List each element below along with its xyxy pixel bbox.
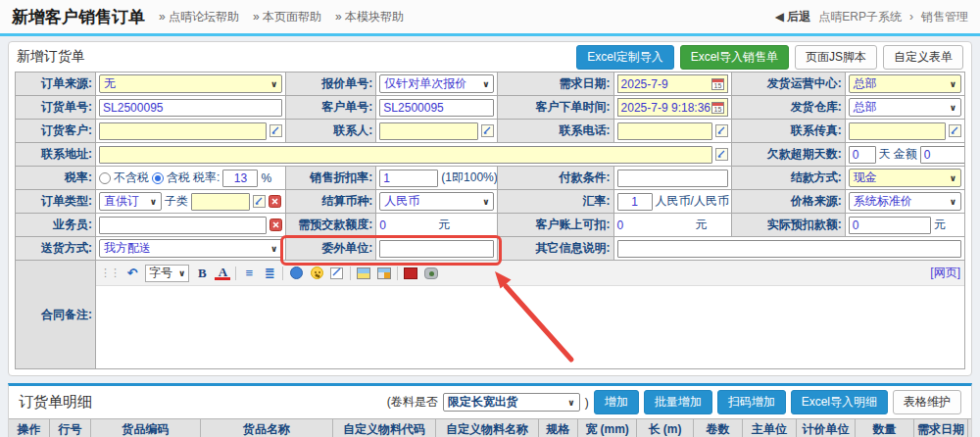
exchange-rate-input[interactable]	[617, 193, 653, 211]
order-type-select[interactable]: 直供订∨	[99, 192, 162, 211]
phone-input[interactable]	[617, 122, 712, 140]
preview-icon[interactable]	[424, 267, 438, 279]
order-no-input[interactable]	[99, 99, 282, 117]
customer-input[interactable]	[99, 122, 267, 140]
customer-no-input[interactable]	[379, 99, 494, 117]
edit-picker-icon[interactable]	[270, 124, 282, 137]
forum-help-link[interactable]: » 点晴论坛帮助	[159, 9, 239, 25]
edit-picker-icon[interactable]	[715, 124, 728, 137]
other-info-input[interactable]	[617, 240, 961, 258]
currency-select[interactable]: 人民币∨	[379, 192, 494, 211]
col-item-name: 货品名称	[201, 419, 333, 437]
clear-icon[interactable]	[270, 218, 282, 231]
module-help-link[interactable]: » 本模块帮助	[335, 9, 404, 25]
delivery-method-select[interactable]: 我方配送∨	[99, 239, 282, 258]
col-ref-price: 参考单价	[968, 419, 972, 437]
tax-excluded-radio[interactable]	[99, 172, 111, 184]
edit-picker-icon[interactable]	[481, 124, 494, 137]
overdue-amount-input[interactable]	[920, 146, 965, 164]
chevron-down-icon: ∨	[270, 79, 277, 89]
overdue-label: 欠款超期天数:	[731, 143, 845, 167]
list-button[interactable]: ≣	[262, 266, 277, 281]
order-no-label: 订货单号:	[16, 96, 96, 120]
order-source-label: 订单来源:	[16, 73, 96, 96]
fax-input[interactable]	[849, 122, 946, 140]
drag-handle-icon[interactable]: ⋮⋮	[100, 267, 120, 279]
insert-image-icon[interactable]	[357, 267, 370, 279]
custom-form-button[interactable]: 自定义表单	[883, 45, 963, 70]
breadcrumb-module[interactable]: 销售管理	[921, 9, 968, 25]
font-color-button[interactable]: A	[215, 267, 230, 280]
excel-import-detail-button[interactable]: Excel导入明细	[791, 390, 888, 414]
deductible-value: 0	[617, 218, 624, 232]
order-detail-panel: 订货单明细 (卷料是否 限定长宽出货∨ ) 增加 批量增加 扫码增加 Excel…	[8, 383, 972, 437]
overdue-days-input[interactable]	[849, 146, 876, 164]
order-source-select[interactable]: 无∨	[99, 74, 282, 93]
chevron-down-icon: ∨	[482, 79, 489, 89]
order-form: 订单来源: 无∨ 报价单号: 仅针对单次报价∨ 需求日期: 2025-7-9 1…	[15, 72, 965, 369]
customer-label: 订货客户:	[16, 120, 96, 143]
emoticon-icon[interactable]	[311, 267, 323, 279]
new-order-panel: 新增订货单 Excel定制导入 Excel导入销售单 页面JS脚本 自定义表单 …	[8, 41, 972, 376]
scan-add-button[interactable]: 扫码增加	[717, 390, 786, 414]
actual-deduct-label: 实际预扣款额:	[731, 214, 845, 237]
clear-icon[interactable]	[269, 195, 281, 208]
address-input[interactable]	[99, 146, 712, 164]
font-size-select[interactable]: 字号∨	[145, 265, 189, 282]
contact-label: 联系人:	[286, 120, 376, 143]
order-subclass-input[interactable]	[191, 193, 250, 211]
batch-add-button[interactable]: 批量增加	[644, 390, 712, 414]
demand-date-input[interactable]: 2025-7-9 15	[617, 74, 728, 93]
contract-note-body[interactable]	[96, 286, 964, 368]
tax-rate-input[interactable]	[222, 170, 258, 187]
excel-import-sales-button[interactable]: Excel导入销售单	[680, 45, 789, 70]
tax-included-radio[interactable]	[152, 172, 164, 184]
order-time-input[interactable]: 2025-7-9 9:18:36 15	[617, 98, 728, 117]
discount-input[interactable]	[379, 170, 438, 187]
edit-picker-icon[interactable]	[949, 124, 961, 137]
roll-suffix: )	[585, 396, 589, 410]
col-main-unit: 主单位	[743, 419, 797, 437]
bold-button[interactable]: B	[194, 266, 210, 281]
calendar-icon[interactable]: 15	[711, 101, 724, 114]
back-button[interactable]: ◀ 后退	[775, 9, 811, 25]
table-maintain-button[interactable]: 表格维护	[893, 390, 961, 414]
deductible-unit: 元	[695, 217, 707, 233]
quote-no-select[interactable]: 仅针对单次报价∨	[379, 74, 494, 93]
contact-input[interactable]	[379, 122, 478, 140]
settle-method-select[interactable]: 现金∨	[849, 169, 961, 187]
col-item-code: 货品编码	[91, 419, 201, 437]
calendar-icon[interactable]: 15	[711, 77, 724, 90]
col-spec: 规格	[539, 419, 578, 437]
ship-center-select[interactable]: 总部∨	[849, 74, 961, 93]
price-source-label: 价格来源:	[731, 190, 845, 214]
hyperlink-globe-icon[interactable]	[290, 267, 303, 279]
edit-picker-icon[interactable]	[253, 195, 266, 208]
edit-pad-icon[interactable]	[330, 267, 344, 280]
align-button[interactable]: ≡	[241, 266, 257, 281]
warehouse-select[interactable]: 总部∨	[849, 98, 961, 117]
page-help-link[interactable]: » 本页面帮助	[253, 9, 321, 25]
price-source-select[interactable]: 系统标准价∨	[849, 192, 961, 211]
page-js-script-button[interactable]: 页面JS脚本	[795, 45, 877, 70]
webpage-mode-link[interactable]: [网页]	[930, 265, 960, 281]
excel-custom-import-button[interactable]: Excel定制导入	[576, 45, 673, 70]
col-custom-code: 自定义物料代码	[333, 419, 436, 437]
roll-limit-select[interactable]: 限定长宽出货∨	[443, 393, 580, 412]
actual-deduct-input[interactable]	[849, 217, 931, 234]
add-row-button[interactable]: 增加	[594, 390, 639, 414]
breadcrumb-system[interactable]: 点晴ERP子系统	[818, 9, 902, 25]
contract-note-editor[interactable]: ⋮⋮ ↶ 字号∨ B A ≡ ≣	[96, 261, 964, 368]
deductible-label: 客户账上可扣:	[498, 214, 613, 237]
overdue-days-unit: 天	[879, 146, 891, 163]
header-divider	[0, 33, 980, 36]
quote-no-label: 报价单号:	[286, 73, 376, 96]
save-image-icon[interactable]	[377, 267, 391, 279]
flash-media-icon[interactable]	[404, 267, 417, 279]
outsource-unit-input[interactable]	[379, 240, 494, 258]
payment-terms-input[interactable]	[617, 170, 728, 187]
undo-icon[interactable]: ↶	[124, 266, 140, 281]
edit-picker-icon[interactable]	[715, 148, 728, 161]
salesman-input[interactable]	[99, 217, 267, 234]
tax-excluded-option: 不含税	[114, 170, 149, 186]
